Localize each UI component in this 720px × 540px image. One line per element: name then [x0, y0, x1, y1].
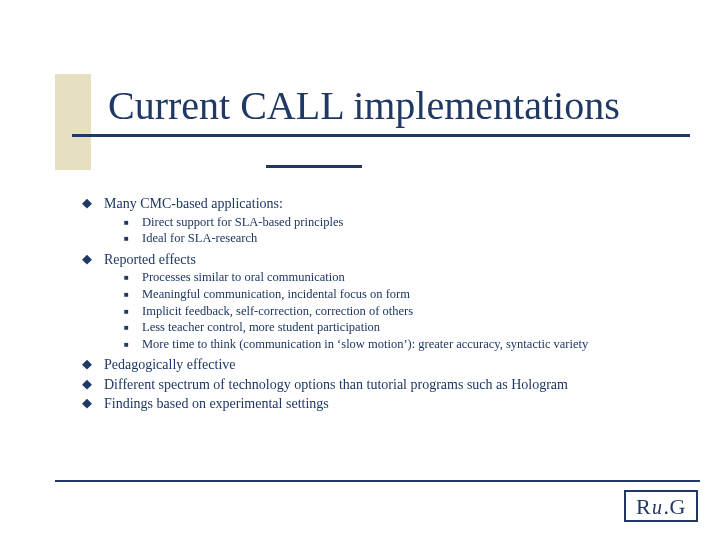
list-item-label: More time to think (communication in ‘sl… [142, 337, 682, 353]
list-item-label: Less teacher control, more student parti… [142, 320, 682, 336]
square-bullet-icon: ■ [124, 320, 142, 336]
list-item: ◆ Many CMC-based applications: [82, 195, 682, 213]
list-item: ■ Meaningful communication, incidental f… [124, 287, 682, 303]
list-item-label: Pedagogically effective [104, 356, 682, 374]
list-item: ■ Processes similar to oral communicatio… [124, 270, 682, 286]
list-item-label: Implicit feedback, self-correction, corr… [142, 304, 682, 320]
list-item-label: Processes similar to oral communication [142, 270, 682, 286]
list-item-label: Meaningful communication, incidental foc… [142, 287, 682, 303]
list-item-label: Ideal for SLA-research [142, 231, 682, 247]
list-item-label: Reported effects [104, 251, 682, 269]
slide-body: ◆ Many CMC-based applications: ■ Direct … [82, 195, 682, 415]
sub-list: ■ Direct support for SLA-based principle… [124, 215, 682, 247]
footer-divider [55, 480, 700, 482]
square-bullet-icon: ■ [124, 231, 142, 247]
list-item: ◆ Pedagogically effective [82, 356, 682, 374]
list-item: ◆ Findings based on experimental setting… [82, 395, 682, 413]
diamond-bullet-icon: ◆ [82, 195, 104, 213]
list-item: ■ Ideal for SLA-research [124, 231, 682, 247]
list-item: ■ Direct support for SLA-based principle… [124, 215, 682, 231]
logo-u: u [651, 496, 664, 518]
list-item: ◆ Different spectrum of technology optio… [82, 376, 682, 394]
list-item-label: Findings based on experimental settings [104, 395, 682, 413]
diamond-bullet-icon: ◆ [82, 395, 104, 413]
diamond-bullet-icon: ◆ [82, 376, 104, 394]
list-item: ■ More time to think (communication in ‘… [124, 337, 682, 353]
list-item-label: Different spectrum of technology options… [104, 376, 682, 394]
list-item: ■ Less teacher control, more student par… [124, 320, 682, 336]
title-underline [72, 134, 690, 137]
slide: Current CALL implementations ◆ Many CMC-… [0, 0, 720, 540]
list-item-label: Direct support for SLA-based principles [142, 215, 682, 231]
square-bullet-icon: ■ [124, 215, 142, 231]
rug-logo: Ru.G [624, 490, 698, 522]
square-bullet-icon: ■ [124, 304, 142, 320]
square-bullet-icon: ■ [124, 287, 142, 303]
list-item: ■ Implicit feedback, self-correction, co… [124, 304, 682, 320]
square-bullet-icon: ■ [124, 270, 142, 286]
diamond-bullet-icon: ◆ [82, 356, 104, 374]
list-item: ◆ Reported effects [82, 251, 682, 269]
slide-title: Current CALL implementations [108, 82, 620, 129]
diamond-bullet-icon: ◆ [82, 251, 104, 269]
title-tick [266, 165, 362, 168]
list-item-label: Many CMC-based applications: [104, 195, 682, 213]
square-bullet-icon: ■ [124, 337, 142, 353]
accent-bar [55, 74, 91, 170]
logo-g: .G [664, 494, 686, 519]
logo-r: R [636, 494, 651, 519]
sub-list: ■ Processes similar to oral communicatio… [124, 270, 682, 352]
